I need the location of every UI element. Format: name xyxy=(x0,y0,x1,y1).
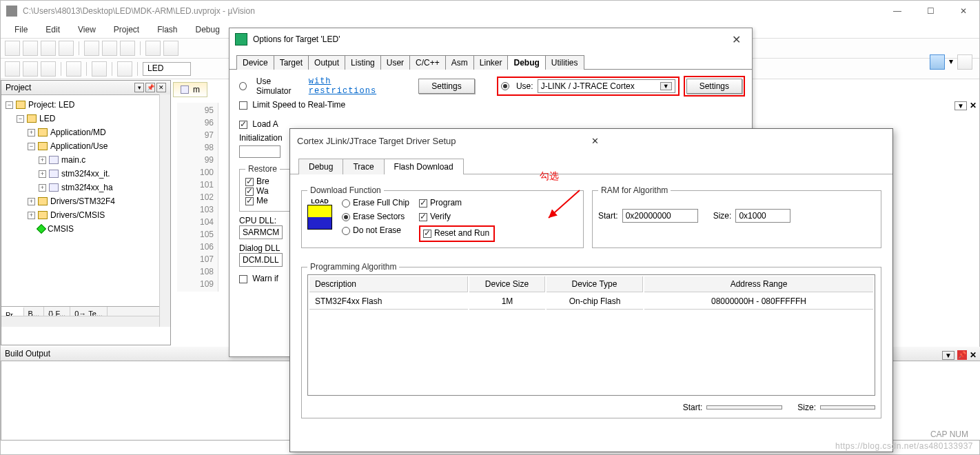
program-checkbox[interactable] xyxy=(419,199,427,208)
tree-group[interactable]: Application/Use xyxy=(50,141,108,151)
expand-icon[interactable]: − xyxy=(17,115,24,123)
download-icon[interactable] xyxy=(117,61,132,77)
tree-target[interactable]: LED xyxy=(39,114,55,123)
tab-utilities[interactable]: Utilities xyxy=(545,55,584,70)
menu-edit[interactable]: Edit xyxy=(39,23,67,36)
ram-start-field[interactable]: 0x20000000 xyxy=(622,209,698,223)
sim-settings-button[interactable]: Settings xyxy=(418,79,474,94)
expand-icon[interactable]: − xyxy=(6,101,13,109)
table-row[interactable]: STM32F4xx Flash 1M On-chip Flash 0800000… xyxy=(309,294,873,310)
expand-icon[interactable]: + xyxy=(28,212,35,219)
tab-debug[interactable]: Debug xyxy=(507,55,545,70)
editor-tab[interactable]: m xyxy=(173,82,207,97)
tab-linker[interactable]: Linker xyxy=(473,55,509,70)
menu-debug[interactable]: Debug xyxy=(189,23,227,36)
use-debugger-radio[interactable] xyxy=(501,82,509,90)
memory-checkbox[interactable] xyxy=(245,197,254,205)
algo-size-field[interactable] xyxy=(820,405,875,410)
tab-listing[interactable]: Listing xyxy=(345,55,381,70)
paste-icon[interactable] xyxy=(120,41,135,56)
use-simulator-radio[interactable] xyxy=(239,82,247,90)
target-combo[interactable]: LED xyxy=(143,62,191,76)
tab-user[interactable]: User xyxy=(380,55,410,70)
ram-size-field[interactable]: 0x1000 xyxy=(735,209,790,223)
scrollbar-vertical[interactable] xyxy=(159,94,170,327)
erase-sectors-radio[interactable] xyxy=(342,213,350,221)
editor-close-icon[interactable]: ✕ xyxy=(970,101,977,110)
close-button[interactable]: ✕ xyxy=(953,4,974,18)
maximize-button[interactable]: ☐ xyxy=(920,4,941,18)
tab-asm[interactable]: Asm xyxy=(445,55,474,70)
menu-flash[interactable]: Flash xyxy=(150,23,184,36)
redo-icon[interactable] xyxy=(163,41,178,56)
new-file-icon[interactable] xyxy=(5,41,20,56)
tree-root[interactable]: Project: LED xyxy=(28,100,74,110)
warn-checkbox[interactable] xyxy=(239,275,247,283)
limit-speed-checkbox[interactable] xyxy=(239,101,247,110)
jlink-close-button[interactable]: ✕ xyxy=(586,134,886,148)
tree-cmsis[interactable]: CMSIS xyxy=(48,224,74,234)
tab-output[interactable]: Output xyxy=(308,55,345,70)
panel-menu-icon[interactable]: ▼ xyxy=(942,351,955,360)
save-icon[interactable] xyxy=(41,41,56,56)
expand-icon[interactable]: + xyxy=(28,198,35,205)
tree-file[interactable]: stm32f4xx_it. xyxy=(61,169,110,179)
dialog-dll-field[interactable]: DCM.DLL xyxy=(239,253,283,267)
tab-cpp[interactable]: C/C++ xyxy=(409,55,446,70)
expand-icon[interactable]: + xyxy=(28,129,35,136)
rebuild-icon[interactable] xyxy=(41,61,56,77)
debugger-settings-button[interactable]: Settings xyxy=(686,79,742,94)
minimize-button[interactable]: — xyxy=(887,4,908,18)
expand-icon[interactable]: − xyxy=(28,143,35,150)
tree-file[interactable]: main.c xyxy=(61,155,85,165)
expand-icon[interactable]: + xyxy=(39,170,46,178)
menu-view[interactable]: View xyxy=(71,23,103,36)
project-tree[interactable]: −Project: LED −LED +Application/MD −Appl… xyxy=(1,95,170,306)
panel-close-icon[interactable]: ✕ xyxy=(970,350,977,360)
load-app-checkbox[interactable] xyxy=(239,121,247,129)
jlink-tab-trace[interactable]: Trace xyxy=(343,159,384,174)
watch-checkbox[interactable] xyxy=(245,188,254,196)
pin-icon[interactable]: 📌 xyxy=(957,350,967,360)
config-view-icon[interactable] xyxy=(930,54,945,70)
undo-icon[interactable] xyxy=(145,41,161,56)
reset-run-checkbox[interactable] xyxy=(423,230,431,238)
build-icon[interactable] xyxy=(23,61,38,77)
jlink-tab-debug[interactable]: Debug xyxy=(298,159,343,174)
options-close-button[interactable]: ✕ xyxy=(726,32,746,48)
stop-build-icon[interactable] xyxy=(92,61,107,77)
with-restrictions-link[interactable]: with restrictions xyxy=(309,77,393,96)
batch-build-icon[interactable] xyxy=(66,61,81,77)
th-device-type[interactable]: Device Type xyxy=(547,276,643,292)
verify-checkbox[interactable] xyxy=(419,213,427,221)
breakpoints-checkbox[interactable] xyxy=(245,178,254,186)
init-file-field[interactable] xyxy=(239,145,280,158)
expand-icon[interactable]: + xyxy=(39,156,46,164)
algorithm-table[interactable]: Description Device Size Device Type Addr… xyxy=(307,274,875,396)
pin-icon[interactable]: 📌 xyxy=(145,83,155,92)
th-description[interactable]: Description xyxy=(309,276,468,292)
panel-menu-icon[interactable]: ▾ xyxy=(134,83,144,92)
th-device-size[interactable]: Device Size xyxy=(469,276,545,292)
tree-group[interactable]: Drivers/CMSIS xyxy=(50,210,105,220)
translate-icon[interactable] xyxy=(5,61,20,77)
save-all-icon[interactable] xyxy=(59,41,74,56)
menu-project[interactable]: Project xyxy=(107,23,146,36)
editor-menu-icon[interactable]: ▼ xyxy=(955,101,967,110)
menu-file[interactable]: File xyxy=(8,23,34,36)
tree-group[interactable]: Drivers/STM32F4 xyxy=(50,196,115,206)
tree-group[interactable]: Application/MD xyxy=(50,128,106,137)
tab-target[interactable]: Target xyxy=(274,55,309,70)
tree-file[interactable]: stm32f4xx_ha xyxy=(61,183,113,192)
dropdown-arrow-icon[interactable]: ▾ xyxy=(948,54,955,70)
cpu-dll-field[interactable]: SARMCM xyxy=(239,225,283,239)
algo-start-field[interactable] xyxy=(706,405,782,410)
erase-full-radio[interactable] xyxy=(342,199,350,208)
debugger-combo[interactable]: J-LINK / J-TRACE Cortex ▼ xyxy=(538,79,675,93)
dropdown-arrow-icon[interactable]: ▼ xyxy=(660,82,672,90)
options-icon[interactable] xyxy=(957,54,972,70)
th-address-range[interactable]: Address Range xyxy=(644,276,873,292)
cut-icon[interactable] xyxy=(84,41,99,56)
open-file-icon[interactable] xyxy=(23,41,38,56)
do-not-erase-radio[interactable] xyxy=(342,227,350,235)
